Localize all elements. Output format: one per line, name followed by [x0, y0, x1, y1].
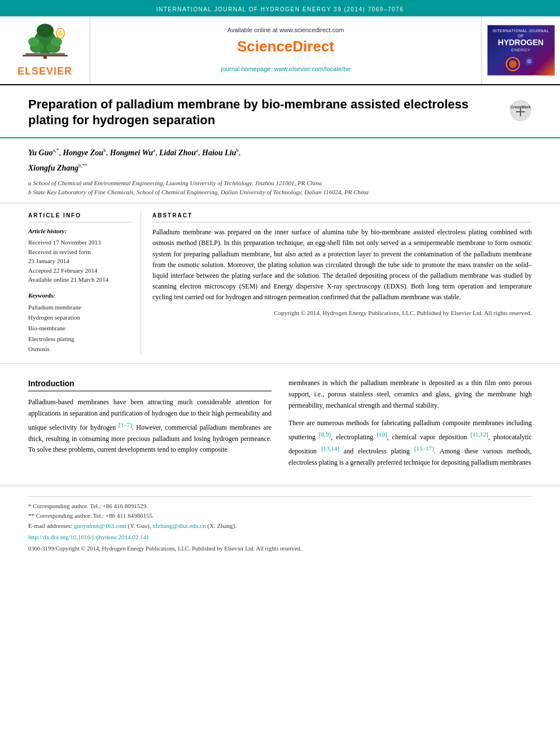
affiliation-b: b State Key Laboratory of Fine Chemicals… [28, 187, 532, 197]
authors-section: Yu Guoa,*, Hongye Zoub, Hongmei Wua, Lid… [0, 138, 560, 203]
cite-15-17: [15–17] [414, 445, 434, 452]
cover-decoration [504, 56, 538, 72]
email-label: E-mail addresses: [28, 522, 72, 529]
keyword-1: Palladium membrane [28, 302, 132, 313]
cite-11-12: [11,12] [470, 431, 488, 438]
footnote-email: E-mail addresses: guoyulnut@163.com (Y. … [28, 521, 532, 531]
bottom-copyright-text: 0360-3199/Copyright © 2014, Hydrogen Ene… [28, 544, 532, 553]
article-body-section: ARTICLE INFO Article history: Received 1… [0, 203, 560, 364]
doi-link[interactable]: http://dx.doi.org/10.1016/j.ijhydene.201… [28, 533, 532, 542]
sciencedirect-logo-text: ScienceDirect [237, 36, 334, 58]
author-hongmei-wu: Hongmei Wu [110, 148, 153, 156]
svg-point-10 [58, 30, 63, 37]
elsevier-logo: ELSEVIER [18, 22, 72, 78]
right-content-column: membranes in which the palladium membran… [288, 378, 532, 469]
author-yu-guo: Yu Guo [28, 148, 53, 156]
cover-hydrogen-text: HYDROGEN [498, 38, 544, 47]
intro-paragraph-1: Palladium-based membranes have been attr… [28, 397, 272, 456]
cover-intl-text: International Journal of [491, 28, 552, 38]
author-hongye-zou: Hongye Zou [63, 148, 103, 156]
cite-1-7: [1–7] [119, 421, 132, 428]
email-2-name: (X. Zhang). [207, 522, 237, 529]
crossmark-icon: CrossMark [509, 99, 532, 122]
author-haiou-liu: Haiou Liu [202, 148, 236, 156]
svg-point-14 [527, 59, 531, 63]
sciencedirect-section: Available online at www.sciencedirect.co… [90, 16, 481, 84]
header-area: ELSEVIER Available online at www.science… [0, 16, 560, 85]
left-content-column: Introduction Palladium-based membranes h… [28, 378, 272, 469]
two-column-content: Introduction Palladium-based membranes h… [28, 378, 532, 469]
article-main-title: Preparation of palladium membrane by bio… [28, 97, 498, 129]
crossmark-badge[interactable]: CrossMark [509, 99, 532, 122]
affiliation-a: a School of Chemical and Environmental E… [28, 178, 532, 188]
elsevier-logo-section: ELSEVIER [0, 16, 90, 84]
intro-paragraph-3: There are numerous methods for fabricati… [288, 418, 532, 468]
authors-line-1: Yu Guoa,*, Hongye Zoub, Hongmei Wua, Lid… [28, 147, 532, 159]
abstract-column: ABSTRACT Palladium membrane was prepared… [152, 212, 532, 355]
keyword-3: Bio-membrane [28, 323, 132, 334]
article-title-section: Preparation of palladium membrane by bio… [0, 85, 560, 138]
cite-10: [10] [377, 431, 387, 438]
available-online-date: Available online 21 March 2014 [28, 275, 132, 285]
journal-homepage-text: journal homepage: www.elsevier.com/locat… [221, 65, 350, 74]
introduction-heading: Introduction [28, 378, 272, 391]
article-title-container: Preparation of palladium membrane by bio… [28, 97, 498, 129]
abstract-copyright: Copyright © 2014, Hydrogen Energy Public… [152, 309, 532, 318]
affiliations-section: a School of Chemical and Environmental E… [28, 178, 532, 197]
journal-title-bar: INTERNATIONAL JOURNAL OF HYDROGEN ENERGY… [0, 3, 560, 16]
footnote-section: * Corresponding author. Tel.: +86 416 80… [0, 486, 560, 553]
journal-cover-section: International Journal of HYDROGEN ENERGY [481, 16, 560, 84]
footnote-separator [28, 496, 532, 497]
email-1-name: (Y. Guo), [128, 522, 151, 529]
footnote-1: * Corresponding author. Tel.: +86 416 80… [28, 501, 532, 512]
cite-8-9: [8,9] [319, 431, 331, 438]
accepted-date: Accepted 22 February 2014 [28, 266, 132, 276]
intro-paragraph-2: membranes in which the palladium membran… [288, 378, 532, 411]
authors-line-2: Xiongfu Zhangb,** [28, 162, 532, 174]
svg-point-12 [509, 60, 516, 67]
keywords-list: Palladium membrane Hydrogen separation B… [28, 302, 132, 355]
svg-point-4 [28, 37, 40, 46]
keyword-2: Hydrogen separation [28, 312, 132, 323]
author-xiongfu-zhang: Xiongfu Zhang [28, 163, 78, 172]
journal-title-text: INTERNATIONAL JOURNAL OF HYDROGEN ENERGY… [156, 6, 404, 12]
svg-rect-8 [23, 55, 68, 56]
footnote-2: ** Corresponding author. Tel.: +86 411 8… [28, 511, 532, 521]
revised-date: 23 January 2014 [28, 256, 132, 266]
cover-energy-text: ENERGY [511, 47, 531, 54]
email-2-link[interactable]: xfzhang@dlut.edu.cn [152, 522, 205, 529]
author-lidai-zhou: Lidai Zhou [159, 148, 196, 156]
elsevier-tree-icon [20, 22, 71, 62]
cite-13-14: [13,14] [321, 445, 339, 452]
main-content-area: Introduction Palladium-based membranes h… [0, 364, 560, 477]
article-history-label: Article history: [28, 227, 132, 236]
available-online-text: Available online at www.sciencedirect.co… [228, 26, 344, 35]
abstract-text: Palladium membrane was prepared on the i… [152, 227, 532, 303]
svg-rect-7 [25, 53, 65, 55]
keyword-5: Osmosis [28, 344, 132, 355]
email-1-link[interactable]: guoyulnut@163.com [74, 522, 126, 529]
article-info-column: ARTICLE INFO Article history: Received 1… [28, 212, 141, 355]
keywords-label: Keywords: [28, 291, 132, 300]
article-info-heading: ARTICLE INFO [28, 212, 132, 223]
svg-point-6 [37, 24, 54, 37]
revised-label: Received in revised form [28, 247, 132, 257]
keyword-4: Electroless plating [28, 334, 132, 344]
journal-cover-image: International Journal of HYDROGEN ENERGY [487, 25, 555, 76]
abstract-heading: ABSTRACT [152, 212, 532, 223]
elsevier-brand-text: ELSEVIER [18, 64, 72, 78]
received-date: Received 17 November 2013 [28, 238, 132, 247]
